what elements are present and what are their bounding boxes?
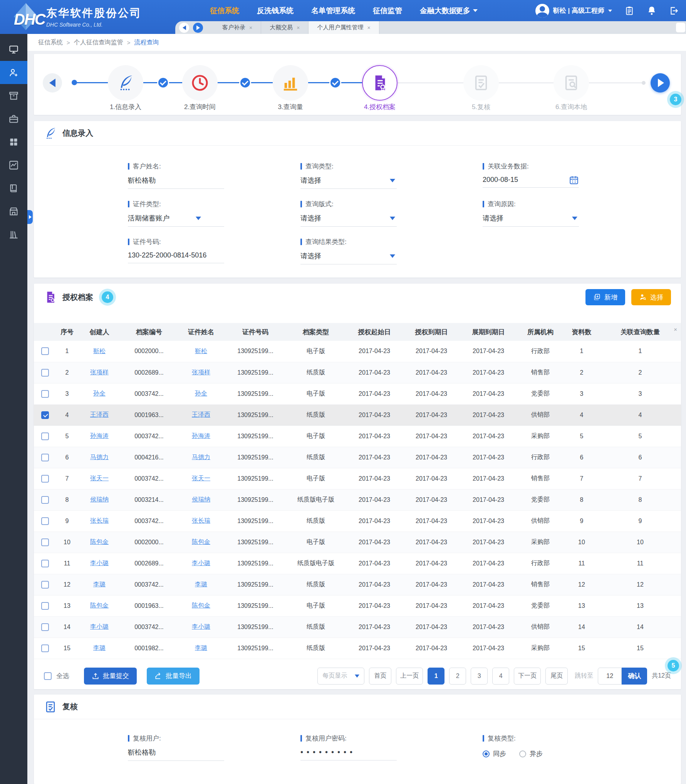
- sidebar-item-library[interactable]: [0, 223, 27, 246]
- breadcrumb-item[interactable]: 征信系统: [38, 39, 63, 47]
- main-nav-item[interactable]: 征信监管: [373, 6, 402, 16]
- step-1-circle[interactable]: [108, 65, 143, 101]
- row-checkbox[interactable]: [41, 496, 49, 504]
- choose-button[interactable]: 选择: [631, 289, 671, 305]
- review-password-input[interactable]: •••••••••: [300, 748, 397, 760]
- creator-link[interactable]: 张项样: [90, 369, 109, 375]
- creator-link[interactable]: 马德力: [90, 454, 109, 460]
- cert-name-link[interactable]: 马德力: [192, 454, 210, 460]
- row-checkbox[interactable]: [41, 581, 49, 589]
- tab-close-icon[interactable]: [297, 25, 300, 31]
- creator-link[interactable]: 王泽西: [90, 411, 109, 418]
- creator-link[interactable]: 李小璐: [90, 623, 109, 630]
- query-result-type-select[interactable]: 请选择: [300, 251, 397, 264]
- cert-name-link[interactable]: 张项样: [192, 369, 210, 375]
- stepper-prev-button[interactable]: [43, 73, 62, 93]
- page-number-button[interactable]: 2: [449, 668, 466, 685]
- related-date-input[interactable]: 2000-08-15: [483, 176, 579, 188]
- sidebar-item-apps[interactable]: [0, 130, 27, 153]
- radio-sync[interactable]: 同步: [483, 749, 506, 758]
- row-checkbox[interactable]: [41, 623, 49, 631]
- table-row[interactable]: 7 张天一 0003742... 张天一 130925199... 电子版 20…: [34, 468, 681, 489]
- select-all[interactable]: 全选: [44, 671, 69, 680]
- logout-icon[interactable]: [669, 6, 679, 16]
- row-checkbox[interactable]: [41, 411, 49, 419]
- sidebar-item-book[interactable]: [0, 177, 27, 200]
- creator-link[interactable]: 侯瑞纳: [90, 496, 109, 503]
- query-format-select[interactable]: 请选择: [300, 214, 397, 227]
- creator-link[interactable]: 孙海涛: [90, 432, 109, 439]
- query-type-select[interactable]: 请选择: [300, 176, 397, 189]
- row-checkbox[interactable]: [41, 538, 49, 546]
- cert-name-link[interactable]: 孙海涛: [192, 432, 210, 439]
- user-menu[interactable]: 靳松 | 高级工程师: [535, 4, 612, 18]
- tabs-scroll-right-button[interactable]: [193, 23, 203, 33]
- table-row[interactable]: 9 张长瑞 0003742... 张长瑞 130925199... 纸质版 20…: [34, 510, 681, 532]
- page-number-button[interactable]: 4: [492, 668, 509, 685]
- calendar-icon[interactable]: [569, 175, 579, 185]
- row-checkbox[interactable]: [41, 347, 49, 355]
- cert-name-link[interactable]: 侯瑞纳: [192, 496, 210, 503]
- row-checkbox[interactable]: [41, 454, 49, 461]
- first-page-button[interactable]: 首页: [369, 668, 391, 685]
- cert-name-link[interactable]: 李璐: [195, 644, 207, 651]
- step-3-circle[interactable]: [273, 65, 308, 101]
- table-row[interactable]: 10 陈包金 0002000... 陈包金 130925199... 电子版 2…: [34, 532, 681, 553]
- tab-strip-end-button[interactable]: [676, 23, 685, 32]
- row-checkbox[interactable]: [41, 432, 49, 440]
- open-tab[interactable]: 客户补录: [214, 21, 261, 34]
- creator-link[interactable]: 张天一: [90, 475, 109, 481]
- row-checkbox[interactable]: [41, 560, 49, 567]
- per-page-select[interactable]: 每页显示: [317, 668, 364, 685]
- table-row[interactable]: 13 陈包金 0001963... 陈包金 130925199... 电子版 2…: [34, 595, 681, 616]
- cert-name-link[interactable]: 靳松: [195, 348, 207, 354]
- tabs-scroll-left-button[interactable]: [179, 23, 189, 33]
- open-tab[interactable]: 大额交易: [261, 21, 309, 34]
- row-checkbox[interactable]: [41, 369, 49, 377]
- jump-confirm-button[interactable]: 确认: [622, 668, 647, 685]
- query-reason-select[interactable]: 请选择: [483, 214, 579, 227]
- table-row[interactable]: 6 马德力 0004216... 马德力 130925199... 纸质版 20…: [34, 447, 681, 468]
- tab-close-icon[interactable]: [249, 25, 252, 31]
- creator-link[interactable]: 靳松: [93, 348, 106, 354]
- select-all-checkbox[interactable]: [44, 672, 52, 680]
- creator-link[interactable]: 李小璐: [90, 560, 109, 566]
- sidebar-expand-handle[interactable]: [27, 210, 33, 224]
- step-5-circle[interactable]: [463, 65, 499, 101]
- sidebar-item-archive[interactable]: [0, 84, 27, 107]
- cert-name-link[interactable]: 张长瑞: [192, 517, 210, 524]
- last-page-button[interactable]: 尾页: [545, 668, 568, 685]
- radio-async[interactable]: 异步: [519, 749, 543, 758]
- table-row[interactable]: 2 张项样 0002689... 张项样 130925199... 纸质版 20…: [34, 362, 681, 383]
- step-2-circle[interactable]: [182, 65, 218, 101]
- table-row[interactable]: 3 孙全 0003742... 孙全 130925199... 电子版 2017…: [34, 383, 681, 404]
- cert-name-link[interactable]: 王泽西: [192, 411, 210, 418]
- row-checkbox[interactable]: [41, 517, 49, 525]
- logo[interactable]: DHC 东华软件股份公司 DHC Software Co., Ltd.: [11, 2, 142, 31]
- table-row[interactable]: 1 靳松 0002000... 靳松 130925199... 电子版 2017…: [34, 341, 681, 362]
- cert-name-link[interactable]: 张天一: [192, 475, 210, 481]
- table-row[interactable]: 15 李璐 0001982... 李璐 130925199... 纸质版 201…: [34, 638, 681, 659]
- page-number-button[interactable]: 3: [471, 668, 488, 685]
- creator-link[interactable]: 李璐: [93, 644, 106, 651]
- table-row[interactable]: 14 李小璐 0003742... 李小璐 130925199... 纸质版 2…: [34, 616, 681, 638]
- step-6-circle[interactable]: [553, 65, 589, 101]
- next-page-button[interactable]: 下一页: [514, 668, 541, 685]
- add-button[interactable]: 新增: [585, 289, 625, 305]
- batch-export-button[interactable]: 批量导出: [147, 668, 200, 685]
- row-checkbox[interactable]: [41, 475, 49, 483]
- creator-link[interactable]: 陈包金: [90, 602, 109, 609]
- step-4-circle[interactable]: [362, 65, 398, 101]
- row-checkbox[interactable]: [41, 644, 49, 652]
- cert-name-link[interactable]: 陈包金: [192, 602, 210, 609]
- bell-icon[interactable]: [647, 6, 657, 16]
- nav-more[interactable]: 更多: [456, 6, 478, 16]
- breadcrumb-item[interactable]: 个人征信查询监管: [74, 39, 123, 47]
- page-number-button[interactable]: 1: [428, 668, 444, 685]
- main-nav-item[interactable]: 名单管理系统: [311, 6, 355, 16]
- table-row[interactable]: 8 侯瑞纳 0003214... 侯瑞纳 130925199... 纸质版电子版…: [34, 489, 681, 510]
- stepper-next-button[interactable]: [651, 73, 670, 93]
- row-checkbox[interactable]: [41, 602, 49, 610]
- cert-type-select[interactable]: 活期储蓄账户: [128, 214, 224, 227]
- cert-name-link[interactable]: 孙全: [195, 390, 207, 397]
